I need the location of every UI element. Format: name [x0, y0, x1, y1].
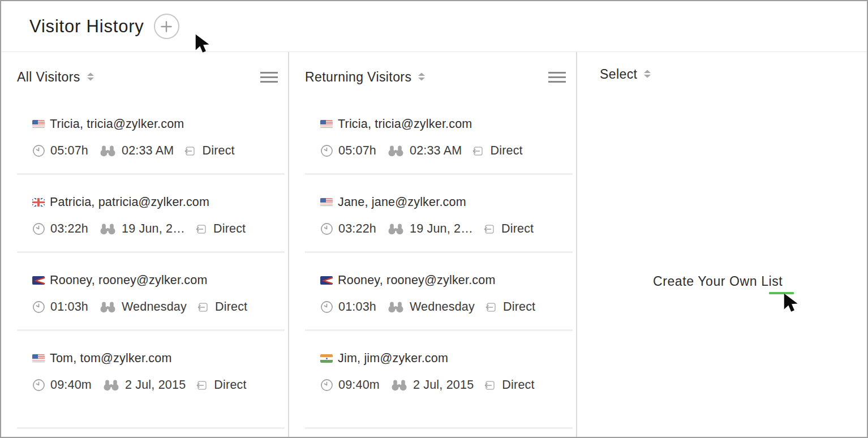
binoculars-icon	[392, 379, 407, 391]
visitor-row[interactable]: Tricia, tricia@zylker.com 05:07h 02:33 A…	[1, 117, 288, 158]
clock-icon	[32, 300, 45, 314]
referrer-label: Direct	[214, 378, 246, 392]
clock-icon	[320, 222, 333, 235]
last-visit-time: 2 Jul, 2015	[413, 378, 474, 392]
visitor-identity: Tom, tom@zylker.com	[32, 351, 280, 366]
visitor-name-email: Rooney, rooney@zylker.com	[50, 273, 208, 287]
american-samoa-flag	[32, 276, 45, 285]
direct-referrer-icon	[195, 222, 208, 236]
column-select: Select Create Your Own List	[577, 52, 867, 437]
visitor-meta: 05:07h 02:33 AM Direct	[32, 144, 280, 158]
visitor-meta: 03:22h 19 Jun, 2… Direct	[32, 222, 280, 236]
green-underline	[769, 292, 794, 294]
american-samoa-flag	[320, 276, 333, 285]
last-visit-time: 19 Jun, 2…	[410, 222, 473, 236]
plus-icon	[160, 20, 173, 33]
binoculars-icon	[388, 223, 403, 235]
visitor-list: Tricia, tricia@zylker.com 05:07h 02:33 A…	[1, 117, 288, 392]
visitor-name-email: Jane, jane@zylker.com	[338, 195, 466, 209]
row-divider	[305, 427, 573, 429]
visitor-row[interactable]: Tricia, tricia@zylker.com 05:07h 02:33 A…	[289, 117, 576, 158]
visitor-identity: Jim, jim@zyker.com	[320, 351, 568, 366]
direct-referrer-icon	[483, 222, 496, 236]
direct-referrer-icon	[483, 379, 497, 392]
visitor-row[interactable]: Jim, jim@zyker.com 09:40m 2 Jul, 2015 Di…	[289, 351, 576, 392]
visitor-row[interactable]: Rooney, rooney@zylker.com 01:03h Wednesd…	[1, 273, 288, 314]
mouse-cursor-icon	[783, 293, 800, 315]
clock-icon	[320, 144, 333, 157]
referrer-label: Direct	[490, 144, 522, 158]
last-visit-time: Wednesday	[122, 300, 187, 314]
clock-icon	[32, 379, 45, 392]
sort-arrows-icon[interactable]	[418, 72, 426, 81]
column-header: All Visitors	[1, 52, 288, 85]
visitor-row[interactable]: Tom, tom@zylker.com 09:40m 2 Jul, 2015 D…	[1, 351, 288, 392]
row-divider	[17, 427, 285, 429]
clock-icon	[32, 222, 45, 235]
united-states-flag	[32, 354, 45, 363]
add-list-button[interactable]	[154, 14, 179, 39]
clock-icon	[32, 144, 45, 157]
visitor-identity: Patricia, patricia@zylker.com	[32, 195, 280, 209]
visitor-identity: Rooney, rooney@zylker.com	[32, 273, 280, 287]
visitor-meta: 01:03h Wednesday Direct	[320, 300, 568, 314]
columns-area: All Visitors Tricia, tricia@zylker.com 0…	[1, 52, 867, 437]
visit-duration: 09:40m	[50, 378, 92, 392]
create-your-own-list-link[interactable]: Create Your Own List	[653, 274, 783, 289]
visitor-row[interactable]: Jane, jane@zylker.com 03:22h 19 Jun, 2… …	[289, 195, 576, 236]
referrer-label: Direct	[213, 222, 246, 236]
visit-duration: 01:03h	[338, 300, 376, 314]
visit-duration: 01:03h	[50, 300, 88, 314]
visit-duration: 03:22h	[50, 222, 88, 236]
binoculars-icon	[388, 301, 403, 313]
visit-duration: 09:40m	[338, 378, 380, 392]
column-all-visitors: All Visitors Tricia, tricia@zylker.com 0…	[1, 52, 289, 437]
visitor-history-window: Visitor History All Visitors Tric	[0, 0, 868, 438]
last-visit-time: 19 Jun, 2…	[122, 222, 185, 236]
visit-duration: 05:07h	[338, 144, 376, 158]
visitor-row[interactable]: Patricia, patricia@zylker.com 03:22h 19 …	[1, 195, 288, 236]
column-header: Returning Visitors	[289, 52, 576, 85]
binoculars-icon	[104, 379, 119, 391]
visitor-identity: Jane, jane@zylker.com	[320, 195, 568, 209]
referrer-label: Direct	[215, 300, 247, 314]
visitor-row[interactable]: Rooney, rooney@zylker.com 01:03h Wednesd…	[289, 273, 576, 314]
column-header: Select	[577, 52, 867, 82]
visitor-meta: 05:07h 02:33 AM Direct	[320, 144, 568, 158]
visitor-name-email: Patricia, patricia@zylker.com	[50, 195, 209, 209]
visitor-identity: Tricia, tricia@zylker.com	[320, 117, 568, 131]
binoculars-icon	[100, 301, 115, 313]
visitor-name-email: Tricia, tricia@zylker.com	[50, 117, 184, 131]
sort-arrows-icon[interactable]	[643, 70, 651, 78]
direct-referrer-icon	[196, 300, 210, 314]
page-title: Visitor History	[29, 16, 144, 37]
page-header: Visitor History	[1, 1, 867, 52]
column-title: All Visitors	[17, 70, 80, 85]
visitor-identity: Rooney, rooney@zylker.com	[320, 273, 568, 287]
sort-arrows-icon[interactable]	[87, 72, 94, 81]
last-visit-time: 02:33 AM	[122, 144, 174, 158]
referrer-label: Direct	[202, 144, 234, 158]
united-kingdom-flag	[32, 198, 45, 207]
clock-icon	[320, 379, 333, 392]
visit-duration: 05:07h	[50, 144, 88, 158]
last-visit-time: 02:33 AM	[410, 144, 462, 158]
last-visit-time: Wednesday	[410, 300, 475, 314]
direct-referrer-icon	[484, 300, 498, 314]
visitor-meta: 01:03h Wednesday Direct	[32, 300, 280, 314]
visitor-identity: Tricia, tricia@zylker.com	[32, 117, 280, 131]
india-flag	[320, 354, 333, 363]
visitor-list: Tricia, tricia@zylker.com 05:07h 02:33 A…	[289, 117, 576, 392]
referrer-label: Direct	[503, 300, 535, 314]
column-returning-visitors: Returning Visitors Tricia, tricia@zylker…	[289, 52, 577, 437]
visitor-meta: 09:40m 2 Jul, 2015 Direct	[320, 378, 568, 392]
referrer-label: Direct	[501, 222, 534, 236]
visitor-name-email: Jim, jim@zyker.com	[338, 351, 448, 366]
hamburger-menu-icon[interactable]	[547, 70, 567, 85]
visitor-meta: 03:22h 19 Jun, 2… Direct	[320, 222, 568, 236]
direct-referrer-icon	[183, 144, 197, 158]
united-states-flag	[320, 198, 333, 207]
hamburger-menu-icon[interactable]	[259, 70, 279, 85]
direct-referrer-icon	[471, 144, 485, 158]
united-states-flag	[32, 120, 45, 128]
